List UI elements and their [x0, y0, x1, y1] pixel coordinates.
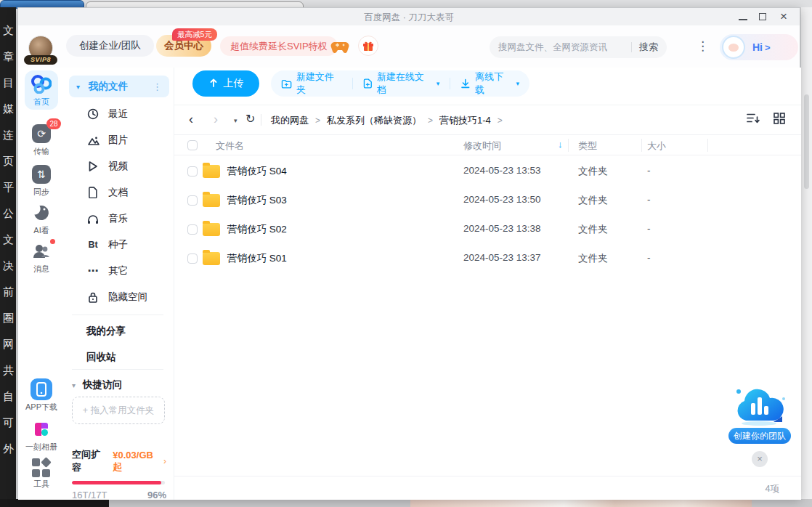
file-name[interactable]: 营销伎巧 S02	[227, 223, 287, 236]
history-caret-icon[interactable]: ▾	[234, 117, 237, 124]
drop-folder-zone[interactable]: + 拖入常用文件夹	[72, 397, 165, 424]
row-checkbox[interactable]	[187, 254, 198, 264]
grid-view-icon[interactable]	[774, 113, 785, 124]
file-name[interactable]: 营销伎巧 S03	[227, 194, 287, 207]
bt-icon: Bt	[86, 240, 100, 250]
breadcrumb-separator: >	[428, 115, 433, 126]
table-row[interactable]: 营销伎巧 S01 2024-05-23 13:37 文件夹 -	[174, 244, 801, 273]
rail-label: 首页	[33, 97, 49, 108]
breadcrumb-item-series[interactable]: 私发系列（稀缺资源）	[327, 114, 421, 127]
row-checkbox[interactable]	[187, 166, 198, 177]
rail-item-ai[interactable]: AI看	[18, 202, 65, 236]
background-photo-sliver	[410, 499, 752, 507]
rail-item-message[interactable]: 消息	[18, 240, 65, 275]
left-rail: 首页 ⟳ 28 传输 ⇅ 同步 AI看	[18, 68, 65, 500]
titlebar: 百度网盘 · 刀刀大表哥 ×	[18, 8, 800, 25]
sidebar-section-quick-access[interactable]: ▾ 快捷访问	[72, 378, 122, 392]
file-type: 文件夹	[578, 194, 608, 207]
refresh-icon[interactable]: ↻	[245, 112, 255, 126]
window-controls: ×	[739, 10, 789, 23]
search-input[interactable]: 搜网盘文件、全网资源资讯 搜索	[490, 36, 667, 58]
table-row[interactable]: 营销伎巧 S02 2024-05-23 13:38 文件夹 -	[174, 215, 801, 244]
rail-item-app-download[interactable]: APP下载	[18, 378, 65, 413]
caret-down-icon[interactable]: ▾	[72, 381, 76, 389]
create-team-promo-button[interactable]: 创建你的团队	[728, 428, 791, 444]
sidebar-item-recycle-bin[interactable]: 回收站	[86, 351, 116, 364]
row-checkbox[interactable]	[187, 195, 198, 206]
breadcrumb-separator[interactable]: >	[498, 115, 503, 126]
file-name[interactable]: 营销伎巧 S04	[227, 165, 287, 178]
rail-item-home[interactable]: 首页	[18, 73, 65, 108]
rail-item-sync[interactable]: ⇅ 同步	[18, 163, 65, 198]
minimize-icon[interactable]	[739, 14, 747, 20]
gift-icon[interactable]	[358, 36, 378, 56]
sidebar-item-my-files[interactable]: ▾ 我的文件 ⋮	[69, 76, 169, 97]
app-download-icon	[31, 378, 52, 400]
storage-progress-fill	[72, 481, 161, 484]
user-avatar[interactable]: SVIP8	[24, 36, 57, 63]
select-all-checkbox[interactable]	[187, 140, 198, 150]
sidebar-item-torrent[interactable]: Bt 种子	[69, 232, 169, 258]
renew-svip-button[interactable]: 超值续费延长SVIP特权	[220, 36, 338, 56]
new-doc-icon	[363, 78, 373, 89]
discount-badge: 最高减5元	[172, 28, 217, 41]
sort-list-icon[interactable]	[747, 113, 760, 124]
lock-icon	[86, 291, 100, 303]
storage-usage: 16T/17T	[72, 490, 107, 500]
caret-down-icon[interactable]: ▾	[76, 83, 80, 91]
team-promo: 创建你的团队 ×	[726, 384, 793, 467]
breadcrumb-item-root[interactable]: 我的网盘	[271, 114, 309, 127]
assistant-button[interactable]: Hi >	[720, 34, 798, 60]
sort-descending-icon[interactable]: ↓	[558, 139, 563, 150]
screen: 文 章 目 媒 连 页 平 公 文 决 前 圈 网 共 自 可 外 百度网盘 ·…	[0, 0, 812, 507]
sidebar-item-recent[interactable]: 最近	[69, 101, 169, 127]
sidebar-item-documents[interactable]: 文档	[69, 179, 169, 206]
background-scroll-strip	[800, 7, 812, 499]
sidebar-item-other[interactable]: ⋯ 其它	[69, 258, 169, 284]
new-folder-button[interactable]: 新建文件夹	[271, 70, 352, 97]
column-header-type[interactable]: 类型	[578, 139, 597, 153]
storage-expand-label[interactable]: 空间扩容	[72, 448, 109, 474]
back-icon[interactable]: ‹	[189, 112, 193, 127]
maximize-icon[interactable]	[759, 13, 766, 20]
sidebar-item-my-share[interactable]: 我的分享	[86, 325, 126, 338]
rail-item-tools[interactable]: 工具	[18, 458, 65, 490]
search-button[interactable]: 搜索	[639, 41, 658, 54]
more-options-icon[interactable]: ⋮	[697, 38, 709, 54]
sync-icon: ⇅	[31, 163, 52, 185]
sidebar-item-hidden-space[interactable]: 隐藏空间	[69, 284, 169, 310]
table-row[interactable]: 营销伎巧 S04 2024-05-23 13:53 文件夹 -	[174, 157, 801, 186]
file-type: 文件夹	[578, 165, 608, 178]
forward-icon[interactable]: ›	[214, 112, 218, 127]
rail-label: 工具	[33, 479, 49, 490]
file-time: 2024-05-23 13:37	[463, 252, 541, 263]
rail-item-album[interactable]: 一刻相册	[18, 418, 65, 453]
column-header-name[interactable]: 文件名	[216, 139, 244, 153]
column-header-time[interactable]: 修改时间	[463, 139, 501, 153]
promo-close-icon[interactable]: ×	[752, 451, 768, 467]
close-icon[interactable]: ×	[778, 11, 789, 23]
table-row[interactable]: 营销伎巧 S03 2024-05-23 13:50 文件夹 -	[174, 186, 801, 215]
more-vertical-icon[interactable]: ⋮	[153, 81, 162, 92]
row-checkbox[interactable]	[187, 224, 198, 235]
file-size: -	[647, 252, 651, 263]
divider	[261, 114, 261, 126]
sidebar-item-pictures[interactable]: 图片	[69, 127, 169, 153]
document-icon	[86, 187, 100, 198]
sidebar: ▾ 我的文件 ⋮ 最近 图片 视频 文档 音乐	[65, 68, 174, 500]
file-name[interactable]: 营销伎巧 S01	[227, 252, 287, 265]
rail-item-transfer[interactable]: ⟳ 28 传输	[18, 123, 65, 157]
sidebar-item-videos[interactable]: 视频	[69, 153, 169, 179]
breadcrumb-item-current[interactable]: 营销技巧1-4	[439, 114, 491, 127]
game-icon[interactable]	[330, 38, 349, 54]
upload-button[interactable]: 上传	[192, 70, 259, 97]
sidebar-item-label: 文档	[108, 186, 128, 199]
storage-price[interactable]: ¥0.03/GB起	[113, 450, 162, 474]
offline-download-button[interactable]: 离线下载 ▾	[450, 70, 529, 97]
team-cloud-icon[interactable]	[728, 384, 791, 426]
create-team-button[interactable]: 创建企业/团队	[66, 35, 154, 57]
sidebar-item-music[interactable]: 音乐	[69, 206, 169, 232]
headphones-icon	[86, 214, 100, 224]
column-header-size[interactable]: 大小	[647, 139, 666, 153]
new-online-doc-button[interactable]: 新建在线文档 ▾	[353, 70, 450, 97]
